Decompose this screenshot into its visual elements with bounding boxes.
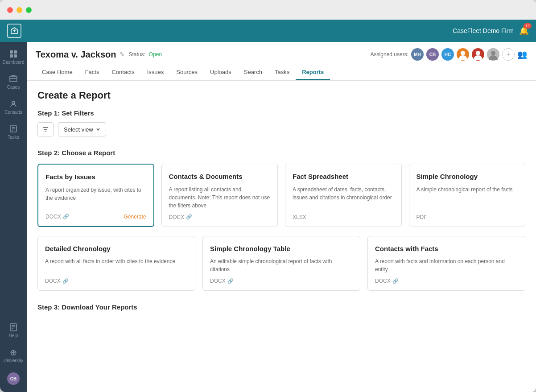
report-card-detailed-chronology[interactable]: Detailed Chronology A report with all fa…: [37, 236, 195, 291]
svg-rect-3: [14, 54, 17, 58]
card-format: DOCX 🔗: [210, 278, 234, 284]
select-view-button[interactable]: Select view: [58, 122, 106, 136]
sidebar-item-help[interactable]: Help: [2, 319, 25, 342]
card-format: DOCX 🔗: [169, 214, 193, 220]
svg-rect-2: [10, 54, 13, 58]
step3-title: Step 3: Download Your Reports: [37, 303, 525, 311]
avatar-photo1: [457, 48, 469, 61]
filter-button[interactable]: [37, 122, 54, 136]
avatar-hc[interactable]: HC: [441, 48, 454, 61]
svg-rect-0: [10, 50, 13, 54]
card-format: PDF: [416, 214, 427, 220]
nav-tabs: Case Home Facts Contacts Issues Sources …: [36, 65, 527, 80]
svg-rect-1: [14, 50, 17, 54]
tab-facts[interactable]: Facts: [79, 65, 106, 80]
card-desc: A report with all facts in order with ci…: [45, 257, 188, 273]
edit-case-icon[interactable]: ✎: [120, 51, 125, 58]
card-desc: A report organized by issue, with cites …: [45, 186, 146, 209]
sidebar-item-university[interactable]: University: [2, 344, 25, 367]
maximize-button[interactable]: [26, 7, 32, 13]
notification-button[interactable]: 🔔 12: [519, 26, 529, 36]
card-desc: A report with facts and information on e…: [375, 257, 518, 273]
card-footer: DOCX 🔗: [210, 278, 353, 284]
app-logo[interactable]: [7, 24, 21, 38]
card-desc: A report listing all contacts and docume…: [169, 186, 271, 210]
traffic-lights: [7, 7, 32, 13]
card-desc: A simple chronological report of the fac…: [416, 186, 518, 210]
report-card-fact-spreadsheet[interactable]: Fact Spreadsheet A spreadsheet of dates,…: [285, 164, 402, 227]
link-icon: 🔗: [392, 278, 399, 284]
card-title: Simple Chronology: [416, 172, 518, 181]
status-label: Status:: [128, 51, 145, 58]
page-title: Create a Report: [37, 90, 525, 101]
sidebar-help-label: Help: [9, 333, 18, 338]
tab-issues[interactable]: Issues: [141, 65, 170, 80]
sidebar-item-tasks[interactable]: Tasks: [2, 120, 25, 144]
report-grid-row1: Facts by Issues A report organized by is…: [37, 164, 525, 227]
sidebar-item-dashboard[interactable]: Dashboard: [2, 45, 25, 69]
step1-title: Step 1: Set Filters: [37, 109, 525, 117]
report-card-facts-by-issues[interactable]: Facts by Issues A report organized by is…: [37, 164, 154, 227]
report-card-contacts-documents[interactable]: Contacts & Documents A report listing al…: [161, 164, 278, 227]
assigned-label: Assigned users:: [371, 51, 408, 58]
report-card-simple-chronology-table[interactable]: Simple Chronology Table An editable simp…: [202, 236, 360, 291]
step2-title: Step 2: Choose a Report: [37, 149, 525, 157]
link-icon: 🔗: [63, 214, 69, 219]
user-avatar[interactable]: CB: [7, 372, 20, 385]
top-bar: CaseFleet Demo Firm 🔔 12: [0, 20, 536, 42]
case-header: Texoma v. Jackson ✎ Status: Open Assigne…: [27, 42, 536, 81]
card-footer: DOCX 🔗: [169, 214, 271, 220]
case-title: Texoma v. Jackson: [36, 50, 116, 60]
card-format: XLSX: [293, 214, 306, 220]
manage-users-icon[interactable]: 👥: [517, 50, 527, 59]
main-content: Texoma v. Jackson ✎ Status: Open Assigne…: [27, 42, 536, 392]
card-footer: PDF: [416, 214, 518, 220]
tab-search[interactable]: Search: [238, 65, 268, 80]
top-bar-right: CaseFleet Demo Firm 🔔 12: [453, 26, 529, 36]
page-content: Create a Report Step 1: Set Filters Sele…: [27, 81, 536, 392]
add-user-button[interactable]: +: [502, 48, 515, 61]
link-icon: 🔗: [227, 278, 234, 284]
card-desc: An editable simple chronological report …: [210, 257, 353, 273]
svg-rect-11: [10, 324, 16, 331]
report-grid-row2: Detailed Chronology A report with all fa…: [37, 236, 525, 291]
sidebar-contacts-label: Contacts: [4, 110, 22, 115]
firm-name: CaseFleet Demo Firm: [453, 27, 514, 34]
filter-row: Select view: [37, 122, 525, 136]
avatar-mh[interactable]: MH: [411, 48, 424, 61]
card-title: Contacts & Documents: [169, 172, 271, 181]
card-title: Detailed Chronology: [45, 244, 188, 253]
card-title: Facts by Issues: [45, 173, 146, 182]
tab-reports[interactable]: Reports: [296, 65, 330, 80]
svg-point-18: [476, 51, 480, 55]
card-footer: XLSX: [293, 214, 394, 220]
card-format: DOCX 🔗: [375, 278, 399, 284]
tab-sources[interactable]: Sources: [170, 65, 204, 80]
sidebar-university-label: University: [4, 358, 23, 363]
minimize-button[interactable]: [16, 7, 22, 13]
close-button[interactable]: [7, 7, 13, 13]
report-card-contacts-with-facts[interactable]: Contacts with Facts A report with facts …: [367, 236, 525, 291]
generate-button[interactable]: Generate: [124, 214, 146, 220]
sidebar-dashboard-label: Dashboard: [3, 60, 25, 65]
card-footer: DOCX 🔗: [375, 278, 518, 284]
card-title: Simple Chronology Table: [210, 244, 353, 253]
notification-badge: 12: [524, 23, 532, 29]
select-view-label: Select view: [64, 126, 93, 133]
sidebar-item-cases[interactable]: Cases: [2, 70, 25, 94]
sidebar-cases-label: Cases: [7, 85, 20, 90]
tab-contacts[interactable]: Contacts: [105, 65, 140, 80]
link-icon: 🔗: [186, 214, 192, 220]
titlebar: [0, 0, 536, 20]
card-title: Fact Spreadsheet: [293, 172, 394, 181]
sidebar-item-contacts[interactable]: Contacts: [2, 95, 25, 119]
card-format: DOCX 🔗: [45, 214, 69, 220]
case-title-left: Texoma v. Jackson ✎ Status: Open: [36, 50, 162, 60]
report-card-simple-chronology[interactable]: Simple Chronology A simple chronological…: [409, 164, 526, 227]
assigned-users: Assigned users: MH CB HC +: [371, 48, 527, 61]
card-footer: DOCX 🔗 Generate: [45, 214, 146, 220]
avatar-cb[interactable]: CB: [426, 48, 439, 61]
tab-uploads[interactable]: Uploads: [204, 65, 238, 80]
tab-tasks[interactable]: Tasks: [268, 65, 296, 80]
tab-case-home[interactable]: Case Home: [36, 65, 79, 80]
